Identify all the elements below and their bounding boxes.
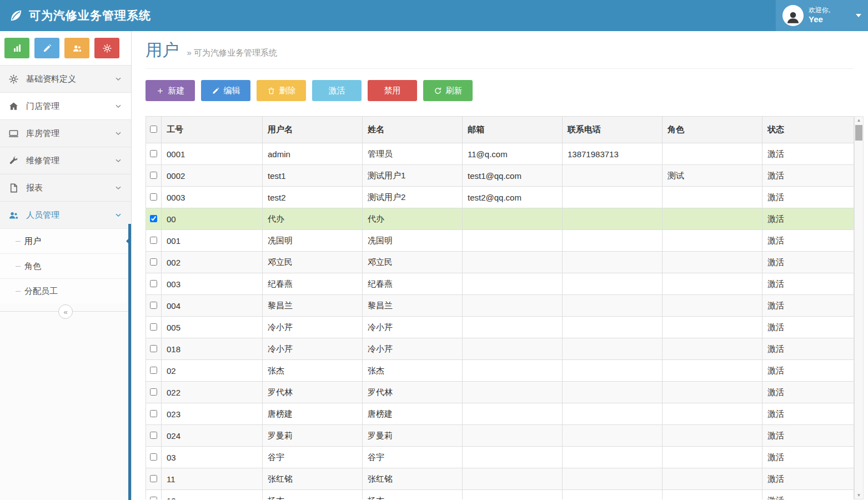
user-menu[interactable]: 欢迎你, Yee: [776, 0, 868, 31]
activate-button[interactable]: 激活: [312, 80, 362, 101]
person-icon: [785, 9, 801, 26]
table-row[interactable]: 001冼国明冼国明激活: [146, 230, 854, 252]
cell-id: 005: [162, 317, 263, 338]
cell-select: [146, 317, 162, 338]
row-checkbox[interactable]: [150, 150, 157, 157]
delete-button[interactable]: 删除: [257, 80, 306, 101]
menu-label: 报表: [26, 183, 43, 193]
refresh-button[interactable]: 刷新: [423, 80, 473, 101]
table-row[interactable]: 023唐榜建唐榜建激活: [146, 403, 854, 425]
sidebar-subitem-roles[interactable]: 角色: [0, 253, 131, 278]
table-row[interactable]: 03谷宇谷宇激活: [146, 447, 854, 468]
row-checkbox[interactable]: [150, 410, 157, 417]
select-all-checkbox[interactable]: [150, 126, 157, 133]
cell-id: 024: [162, 425, 263, 447]
table-row[interactable]: 002邓立民邓立民激活: [146, 252, 854, 273]
cell-phone: [563, 360, 663, 382]
sidebar-item-stores[interactable]: 门店管理: [0, 92, 131, 119]
shortcut-settings-button[interactable]: [94, 38, 119, 58]
sidebar-divider: «: [0, 311, 131, 312]
row-checkbox[interactable]: [150, 475, 157, 482]
scrollbar-down-arrow[interactable]: ▼: [857, 492, 861, 499]
caret-down-icon: [856, 14, 861, 17]
sidebar-item-reports[interactable]: 报表: [0, 174, 131, 201]
edit-button[interactable]: 编辑: [201, 80, 250, 101]
table-row[interactable]: 024罗曼莉罗曼莉激活: [146, 425, 854, 447]
table-row[interactable]: 005冷小芹冷小芹激活: [146, 317, 854, 338]
scrollbar-thumb[interactable]: [855, 125, 862, 141]
cell-email: [463, 208, 563, 230]
cell-name: 罗曼莉: [363, 425, 463, 447]
row-checkbox[interactable]: [150, 388, 157, 396]
sidebar-subitem-assign-staff[interactable]: 分配员工: [0, 278, 131, 303]
cell-username: test2: [263, 187, 363, 208]
cell-phone: [563, 447, 663, 468]
row-checkbox[interactable]: [150, 367, 157, 374]
cell-email: [463, 447, 563, 468]
cell-id: 02: [162, 360, 263, 382]
shortcut-chart-button[interactable]: [4, 38, 29, 58]
table-scrollbar[interactable]: ▲ ▼: [854, 116, 864, 499]
cell-email: [463, 273, 563, 295]
cell-phone: [563, 208, 663, 230]
sidebar-collapse-button[interactable]: «: [58, 304, 73, 319]
row-checkbox[interactable]: [150, 215, 157, 222]
table-row[interactable]: 003纪春燕纪春燕激活: [146, 273, 854, 295]
table-row[interactable]: 02张杰张杰激活: [146, 360, 854, 382]
row-checkbox[interactable]: [150, 258, 157, 266]
cell-username: 谷宇: [263, 447, 363, 468]
cell-id: 002: [162, 252, 263, 273]
cell-name: 杨杰: [363, 490, 463, 500]
cell-status: 激活: [762, 447, 854, 468]
new-button[interactable]: 新建: [145, 80, 195, 101]
table-row[interactable]: 018冷小芹冷小芹激活: [146, 338, 854, 360]
submenu-label: 分配员工: [24, 286, 58, 297]
cell-name: 代办: [363, 208, 463, 230]
cell-username: test1: [263, 165, 363, 187]
cell-status: 激活: [762, 252, 854, 273]
table-row[interactable]: 00代办代办激活: [146, 208, 854, 230]
cell-name: 邓立民: [363, 252, 463, 273]
row-checkbox[interactable]: [150, 453, 157, 461]
cell-select: [146, 403, 162, 425]
sidebar-item-warehouse[interactable]: 库房管理: [0, 119, 131, 147]
cell-email: [463, 425, 563, 447]
chevron-down-icon: [114, 74, 123, 83]
users-table-zone: 工号用户名姓名邮箱联系电话角色状态0001admin管理员11@q.com138…: [145, 116, 868, 499]
shortcut-users-button[interactable]: [64, 38, 89, 58]
cell-status: 激活: [762, 143, 854, 165]
cell-id: 00: [162, 208, 263, 230]
cell-username: 张红铭: [263, 468, 363, 490]
row-checkbox[interactable]: [150, 497, 157, 500]
welcome-label: 欢迎你,: [809, 6, 851, 14]
button-label: 刷新: [446, 86, 463, 96]
shortcut-edit-button[interactable]: [34, 38, 59, 58]
cell-name: 张红铭: [363, 468, 463, 490]
row-checkbox[interactable]: [150, 237, 157, 244]
table-row[interactable]: 022罗代林罗代林激活: [146, 382, 854, 403]
table-row[interactable]: 004黎昌兰黎昌兰激活: [146, 295, 854, 317]
cell-select: [146, 165, 162, 187]
sidebar-item-repair[interactable]: 维修管理: [0, 147, 131, 174]
wrench-icon: [8, 156, 19, 166]
sidebar-subitem-users[interactable]: 用户: [0, 228, 131, 253]
row-checkbox[interactable]: [150, 432, 157, 439]
row-checkbox[interactable]: [150, 302, 157, 309]
row-checkbox[interactable]: [150, 345, 157, 352]
row-checkbox[interactable]: [150, 193, 157, 201]
table-row[interactable]: 12杨杰杨杰激活: [146, 490, 854, 500]
cell-status: 激活: [762, 187, 854, 208]
sidebar-item-basic-data[interactable]: 基础资料定义: [0, 65, 131, 92]
sidebar-item-personnel[interactable]: 人员管理: [0, 201, 131, 228]
table-row[interactable]: 0002test1测试用户1test1@qq.com测试激活: [146, 165, 854, 187]
table-row[interactable]: 0003test2测试用户2test2@qq.com激活: [146, 187, 854, 208]
row-checkbox[interactable]: [150, 172, 157, 179]
button-label: 新建: [168, 86, 185, 96]
cell-role: [663, 490, 762, 500]
table-row[interactable]: 0001admin管理员11@q.com13871983713激活: [146, 143, 854, 165]
disable-button[interactable]: 禁用: [368, 80, 417, 101]
scrollbar-up-arrow[interactable]: ▲: [857, 117, 861, 124]
row-checkbox[interactable]: [150, 323, 157, 331]
table-row[interactable]: 11张红铭张红铭激活: [146, 468, 854, 490]
row-checkbox[interactable]: [150, 280, 157, 287]
